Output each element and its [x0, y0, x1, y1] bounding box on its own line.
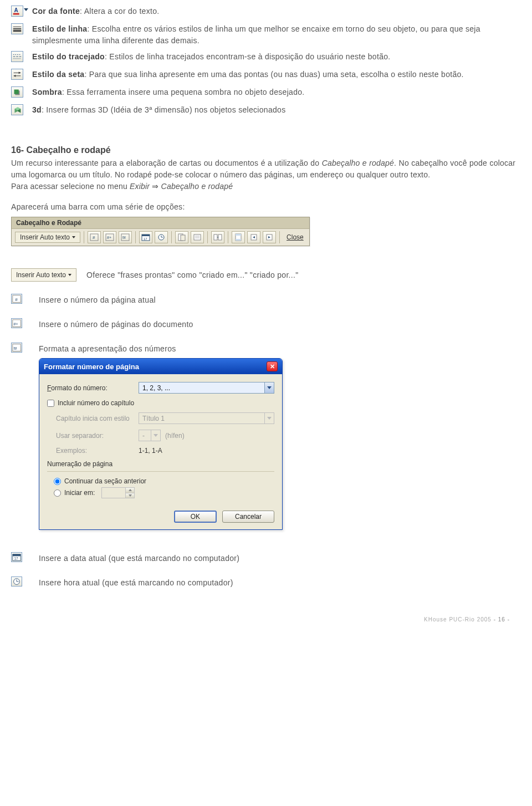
page-numbering-group-label: Numeração de página [47, 460, 112, 468]
def-text: Estilo da seta: Para que sua linha apres… [32, 69, 515, 80]
svg-rect-31 [194, 234, 201, 240]
svg-rect-50 [13, 554, 21, 557]
line-style-icon [11, 23, 23, 34]
format-page-number-icon: f# [11, 343, 22, 353]
svg-text:17: 17 [14, 557, 18, 560]
format-page-number-dialog: Formatar número de página ✕ Formato do n… [39, 358, 283, 530]
dialog-close-button[interactable]: ✕ [267, 361, 278, 371]
svg-rect-38 [236, 239, 241, 241]
icon-desc: Insere a data atual (que está marcando n… [39, 553, 515, 564]
number-format-combo[interactable]: 1, 2, 3, ... [139, 382, 274, 394]
arrow-style-icon [11, 69, 23, 80]
svg-text:#: # [93, 235, 95, 240]
insert-time-icon[interactable] [155, 231, 168, 243]
svg-rect-35 [218, 234, 222, 240]
header-footer-toolbar: Cabeçalho e Rodapé Inserir Auto texto # … [11, 217, 310, 246]
chapter-style-combo: Título 1 [139, 412, 274, 424]
svg-rect-37 [236, 234, 241, 236]
show-hide-text-icon[interactable] [191, 231, 204, 243]
continue-section-label: Continuar da seção anterior [64, 477, 146, 485]
svg-text:#+: #+ [14, 322, 18, 327]
insert-date-icon: 17 [11, 552, 22, 562]
shadow-icon [11, 86, 23, 98]
svg-text:f#: f# [122, 236, 126, 239]
insert-time-icon [11, 577, 22, 586]
format-page-number-icon[interactable]: f# [119, 231, 132, 243]
def-text: 3d: Insere formas 3D (Idéia de 3ª dimens… [32, 104, 515, 116]
show-next-icon[interactable] [263, 231, 276, 243]
svg-marker-11 [14, 75, 16, 77]
include-chapter-checkbox[interactable] [47, 400, 54, 407]
insert-autotext-button[interactable]: Inserir Auto texto [11, 268, 76, 282]
icon-desc: Formata a apresentação dos números [39, 343, 515, 355]
continue-section-radio[interactable] [54, 478, 61, 485]
svg-text:#+: #+ [107, 236, 111, 239]
separator-label: Usar separador: [47, 432, 139, 440]
insert-page-count-icon[interactable]: #+ [103, 231, 116, 243]
svg-rect-30 [181, 235, 185, 241]
switch-header-footer-icon[interactable] [232, 231, 245, 243]
svg-text:f#: f# [14, 346, 17, 351]
number-format-label: Formato do número: [47, 384, 139, 392]
same-as-previous-icon[interactable] [211, 231, 224, 243]
def-text: Cor da fonte: Altera a cor do texto. [32, 6, 515, 17]
svg-rect-13 [14, 90, 19, 94]
icon-desc: Insere hora atual (que está marcando no … [39, 577, 515, 589]
font-color-icon: A [11, 6, 23, 17]
insert-date-icon[interactable]: 17 [139, 231, 152, 243]
chapter-starts-label: Capítulo inicia com estilo [47, 415, 139, 422]
insert-page-number-icon[interactable]: # [88, 231, 101, 243]
icon-desc: Insere o número de páginas do documento [39, 319, 515, 330]
svg-text:17: 17 [144, 237, 147, 241]
svg-rect-24 [142, 234, 150, 236]
page-footer: KHouse PUC-Rio 2005 - 16 - [11, 616, 515, 623]
ok-button[interactable]: OK [174, 511, 217, 523]
svg-rect-1 [13, 13, 19, 15]
dash-style-icon [11, 51, 23, 62]
start-at-spinner[interactable] [101, 487, 135, 498]
include-chapter-label: Incluir número do capítulo [58, 399, 134, 407]
def-text: Sombra: Essa ferramenta insere uma peque… [32, 86, 515, 98]
def-text: Estilo do tracejado: Estilos de linha tr… [32, 51, 515, 63]
three-d-icon [11, 104, 23, 115]
page-setup-icon[interactable] [175, 231, 188, 243]
appear-label: Aparecerá uma barra com uma série de opç… [11, 202, 515, 211]
insert-page-count-icon: #+ [11, 318, 22, 328]
def-text: Estilo de linha: Escolha entre os vários… [32, 23, 515, 47]
examples-value: 1-1, 1-A [139, 447, 162, 455]
dialog-title: Formatar número de página [44, 363, 139, 371]
start-at-radio[interactable] [54, 489, 61, 497]
svg-text:A: A [14, 7, 18, 13]
start-at-label: Iniciar em: [64, 489, 95, 497]
svg-marker-9 [19, 72, 21, 74]
section-paragraph: Para acessar selecione no menu Exibir ⇒ … [11, 181, 515, 192]
section-heading: 16- Cabeçalho e rodapé [11, 145, 515, 155]
autotext-description: Oferece "frases prontas" como "criado em… [86, 269, 515, 281]
insert-page-number-icon: # [11, 294, 22, 304]
section-paragraph: Um recurso interessante para a elaboraçã… [11, 157, 515, 181]
examples-label: Exemplos: [47, 447, 139, 455]
cancel-button[interactable]: Cancelar [222, 511, 274, 523]
svg-text:#: # [15, 297, 18, 302]
icon-desc: Insere o número da página atual [39, 294, 515, 306]
show-previous-icon[interactable] [247, 231, 260, 243]
separator-combo: - [139, 430, 161, 441]
svg-rect-34 [214, 234, 217, 240]
insert-autotext-button[interactable]: Inserir Auto texto [15, 232, 80, 243]
toolbar-close-button[interactable]: Close [287, 233, 304, 241]
separator-hint: (hífen) [165, 432, 185, 440]
toolbar-title: Cabeçalho e Rodapé [12, 217, 309, 229]
